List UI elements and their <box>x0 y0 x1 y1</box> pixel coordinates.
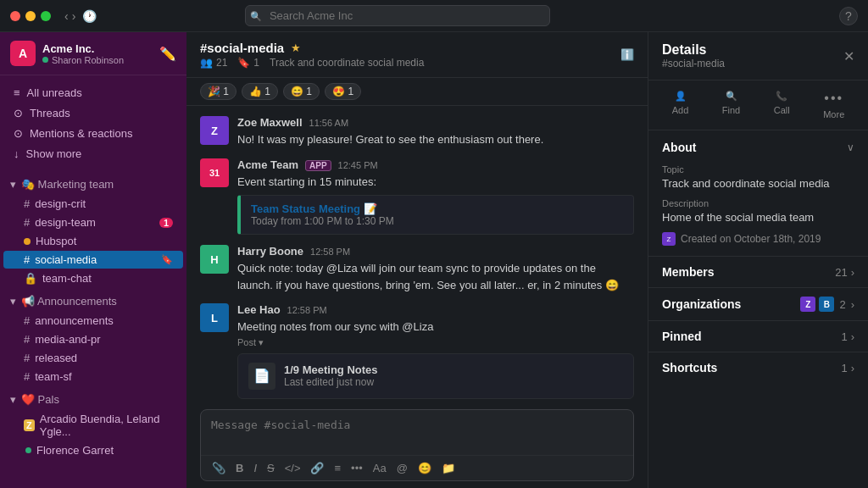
sidebar-dm-florence[interactable]: Florence Garret <box>3 441 183 459</box>
channel-description: Track and coordinate social media <box>270 57 424 69</box>
sidebar-dm-arcadio[interactable]: Z Arcadio Buendia, Leland Ygle... <box>3 410 183 441</box>
table-row: H Harry Boone 12:58 PM Quick note: today… <box>200 245 634 293</box>
channel-name: #social-media <box>200 41 284 55</box>
org-count: 2 <box>839 298 845 311</box>
message-author: Acme Team <box>237 158 298 171</box>
chat-area: #social-media ★ 👥 21 🔖 1 Track and coord… <box>186 32 648 488</box>
channel-item-media-pr[interactable]: # media-and-pr <box>3 330 183 348</box>
organizations-row[interactable]: Organizations Z B 2 › <box>648 288 868 321</box>
add-person-icon: 👤 <box>675 91 687 102</box>
info-icon[interactable]: ℹ️ <box>620 48 634 61</box>
mention-button[interactable]: @ <box>392 459 412 477</box>
topic-value: Track and coordinate social media <box>662 177 854 190</box>
message-input[interactable] <box>201 410 633 452</box>
channel-item-social-media[interactable]: # social-media 🔖 <box>3 251 183 269</box>
about-content: Topic Track and coordinate social media … <box>648 164 868 256</box>
list-button[interactable]: ≡ <box>330 459 345 477</box>
channel-item-announcements[interactable]: # announcements <box>3 312 183 330</box>
message-author: Harry Boone <box>237 245 303 258</box>
close-details-button[interactable]: ✕ <box>843 48 854 64</box>
hubspot-dot <box>24 238 31 245</box>
text-size-button[interactable]: Aa <box>369 459 391 477</box>
pals-section-header[interactable]: ▾ ❤️ Pals <box>0 390 186 409</box>
search-input[interactable] <box>245 5 550 26</box>
avatar: Z <box>200 116 229 145</box>
event-title[interactable]: Team Status Meeting 📝 <box>251 202 623 215</box>
pinned-chevron: › <box>851 330 854 343</box>
details-actions: 👤 Add 🔍 Find 📞 Call ••• More <box>648 80 868 130</box>
about-toggle[interactable]: About ∨ <box>648 130 868 164</box>
reaction-thumbsup[interactable]: 👍 1 <box>242 83 278 100</box>
sidebar-item-showmore[interactable]: ↓ Show more <box>3 144 183 164</box>
dm-avatar-arcadio: Z <box>24 419 35 431</box>
nav-arrows: ‹ › <box>64 9 75 23</box>
find-button[interactable]: 🔍 Find <box>722 91 740 119</box>
announcements-chevron: ▾ <box>10 295 16 308</box>
channel-item-team-sf[interactable]: # team-sf <box>3 368 183 385</box>
channel-item-released[interactable]: # released <box>3 349 183 367</box>
reaction-party[interactable]: 🎉 1 <box>200 83 236 100</box>
main-layout: A Acme Inc. Sharon Robinson ✏️ ≡ All unr… <box>0 32 868 488</box>
find-icon: 🔍 <box>726 91 737 102</box>
avatar: L <box>200 303 229 332</box>
sidebar-item-mentions[interactable]: ⊙ Mentions & reactions <box>3 124 183 143</box>
reaction-heart-eyes[interactable]: 😍 1 <box>325 83 361 100</box>
created-info: Z Created on October 18th, 2019 <box>662 232 854 246</box>
italic-button[interactable]: I <box>249 459 261 477</box>
more-icon: ••• <box>824 91 843 106</box>
hash-icon: # <box>24 314 30 327</box>
chat-header: #social-media ★ 👥 21 🔖 1 Track and coord… <box>186 32 648 78</box>
notes-card[interactable]: 📄 1/9 Meeting Notes Last edited just now <box>237 353 634 399</box>
message-text: Event starting in 15 minutes: <box>237 174 634 191</box>
call-button[interactable]: 📞 Call <box>774 91 790 119</box>
bold-button[interactable]: B <box>231 459 248 477</box>
notes-title: 1/9 Meeting Notes <box>284 363 378 376</box>
back-arrow[interactable]: ‹ <box>64 9 69 23</box>
channel-title: #social-media ★ <box>200 41 424 55</box>
hash-icon: # <box>24 370 30 383</box>
workspace-name[interactable]: Acme Inc. <box>42 42 124 55</box>
strikethrough-button[interactable]: S <box>263 459 279 477</box>
announcements-section: ▾ 📢 Announcements # announcements # medi… <box>0 291 186 386</box>
maximize-traffic-light[interactable] <box>41 11 51 21</box>
attach-button[interactable]: 📎 <box>208 459 230 477</box>
channel-item-design-crit[interactable]: # design-crit <box>3 195 183 213</box>
compose-icon[interactable]: ✏️ <box>159 46 176 62</box>
add-member-button[interactable]: 👤 Add <box>672 91 689 119</box>
channel-item-team-chat[interactable]: 🔒 team-chat <box>3 269 183 287</box>
pals-chevron: ▾ <box>10 393 16 406</box>
details-channel-ref: #social-media <box>662 58 725 69</box>
more-actions-button[interactable]: ••• More <box>823 91 844 119</box>
channel-item-hubspot[interactable]: Hubspot <box>3 232 183 250</box>
announcements-section-header[interactable]: ▾ 📢 Announcements <box>0 291 186 311</box>
more-formatting-button[interactable]: ••• <box>347 459 367 477</box>
dm-status-florence <box>25 447 31 453</box>
members-row[interactable]: Members 21 › <box>648 257 868 288</box>
sidebar-item-threads[interactable]: ⊙ Threads <box>3 103 183 123</box>
app-badge: APP <box>305 160 331 171</box>
channel-item-design-team[interactable]: # design-team 1 <box>3 214 183 231</box>
star-icon[interactable]: ★ <box>291 42 301 54</box>
history-icon[interactable]: 🕐 <box>82 9 97 23</box>
threads-icon: ⊙ <box>14 107 23 119</box>
help-icon[interactable]: ? <box>839 7 858 25</box>
code-button[interactable]: </> <box>281 459 305 477</box>
file-button[interactable]: 📁 <box>437 459 459 477</box>
emoji-button[interactable]: 😊 <box>414 459 436 477</box>
marketing-section-header[interactable]: ▾ 🎭 Marketing team <box>0 175 186 194</box>
hash-icon: # <box>24 216 30 229</box>
org-badge-b: B <box>819 297 834 312</box>
pinned-row[interactable]: Pinned 1 › <box>648 321 868 352</box>
close-traffic-light[interactable] <box>10 11 20 21</box>
reactions-bar: 🎉 1 👍 1 😄 1 😍 1 <box>186 78 648 106</box>
link-button[interactable]: 🔗 <box>306 459 328 477</box>
pinned-count: 1 › <box>841 330 854 343</box>
shortcuts-row[interactable]: Shortcuts 1 › <box>648 352 868 383</box>
sidebar: A Acme Inc. Sharon Robinson ✏️ ≡ All unr… <box>0 32 186 488</box>
post-label[interactable]: Post ▾ <box>237 337 264 347</box>
forward-arrow[interactable]: › <box>72 9 76 23</box>
traffic-lights <box>10 11 51 21</box>
reaction-smile[interactable]: 😄 1 <box>283 83 320 100</box>
minimize-traffic-light[interactable] <box>25 11 36 21</box>
sidebar-item-unreads[interactable]: ≡ All unreads <box>3 83 183 103</box>
